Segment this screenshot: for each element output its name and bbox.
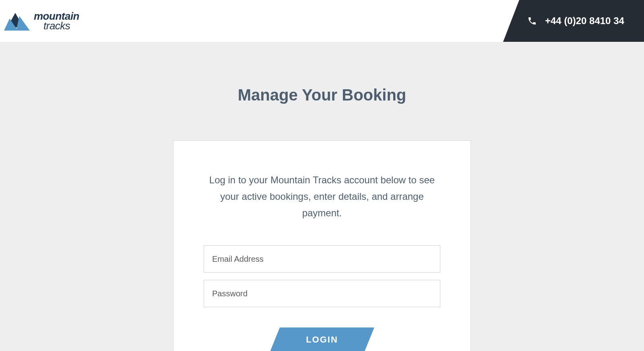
logo-text: mountain tracks: [34, 11, 79, 31]
login-card: Log in to your Mountain Tracks account b…: [173, 140, 471, 351]
password-field[interactable]: [204, 280, 440, 307]
logo[interactable]: mountain tracks: [4, 11, 79, 31]
login-description: Log in to your Mountain Tracks account b…: [204, 172, 440, 221]
email-field[interactable]: [204, 245, 440, 273]
main-content: Manage Your Booking Log in to your Mount…: [0, 42, 644, 351]
phone-icon: [527, 16, 537, 26]
phone-link[interactable]: +44 (0)20 8410 34: [503, 0, 644, 42]
phone-number: +44 (0)20 8410 34: [545, 15, 624, 27]
page-title: Manage Your Booking: [0, 86, 644, 104]
login-button[interactable]: LOGIN: [270, 327, 374, 351]
mountain-logo-icon: [4, 11, 30, 31]
logo-text-bottom: tracks: [34, 21, 79, 31]
site-header: mountain tracks +44 (0)20 8410 34: [0, 0, 644, 42]
